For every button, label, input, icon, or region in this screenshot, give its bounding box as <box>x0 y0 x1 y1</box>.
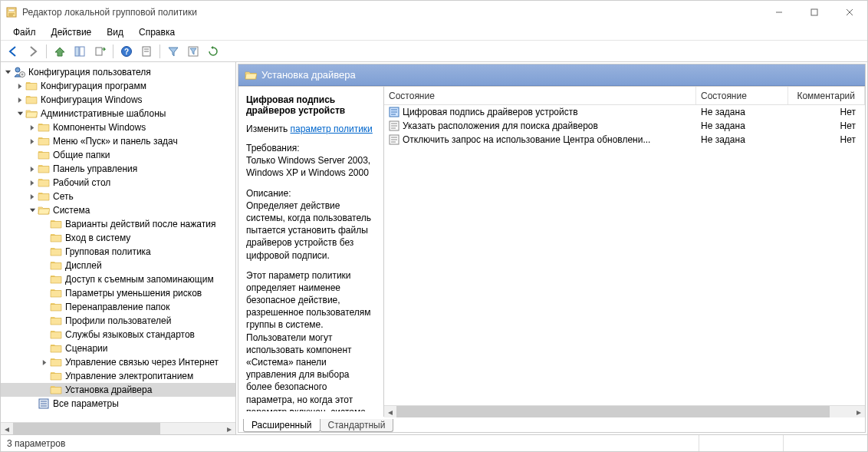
tree-user-profiles[interactable]: Профили пользователей <box>1 314 235 328</box>
twisty-open-icon[interactable] <box>27 207 38 214</box>
up-button[interactable] <box>51 42 69 61</box>
column-state-policy[interactable]: Состояние <box>696 87 788 104</box>
grid-rows[interactable]: Цифровая подпись драйверов устройствНе з… <box>384 105 865 405</box>
column-state[interactable]: Состояние <box>384 87 696 104</box>
tree-locale-services[interactable]: Службы языковых стандартов <box>1 328 235 341</box>
folder-icon <box>245 69 257 81</box>
menu-view[interactable]: Вид <box>99 25 131 39</box>
user-config-icon <box>13 66 25 78</box>
twisty-closed-icon[interactable] <box>27 180 38 186</box>
tree-desktop[interactable]: Рабочий стол <box>1 176 235 190</box>
detail-title: Цифровая подпись драйверов устройств <box>246 94 377 116</box>
tree-scripts[interactable]: Сценарии <box>1 341 235 355</box>
setting-state: Не задана <box>696 120 788 131</box>
separator <box>113 45 113 58</box>
reapply-filter-button[interactable] <box>204 42 222 61</box>
twisty-closed-icon[interactable] <box>15 97 25 104</box>
tree-network[interactable]: Сеть <box>1 190 235 203</box>
tree-user-config[interactable]: Конфигурация пользователя <box>1 65 235 79</box>
scroll-right-icon[interactable]: ▸ <box>853 406 865 417</box>
filter-options-button[interactable] <box>184 42 202 61</box>
menubar: Файл Действие Вид Справка <box>1 24 867 41</box>
tree-power-management[interactable]: Управление электропитанием <box>1 369 235 383</box>
minimize-button[interactable] <box>761 1 797 24</box>
setting-highlight-icon <box>389 107 399 117</box>
tab-extended[interactable]: Расширенный <box>243 419 321 432</box>
detail-column: Цифровая подпись драйверов устройств Изм… <box>238 87 384 417</box>
column-comment[interactable]: Комментарий <box>788 87 865 104</box>
show-hide-tree-button[interactable] <box>71 42 89 61</box>
description-label: Описание: <box>246 188 291 199</box>
menu-file[interactable]: Файл <box>5 25 44 39</box>
tree-admin-templates[interactable]: Административные шаблоны <box>1 107 235 120</box>
tree-program-config[interactable]: Конфигурация программ <box>1 79 235 93</box>
scroll-left-icon[interactable]: ◂ <box>1 423 13 435</box>
folder-icon <box>50 370 62 382</box>
tree-ctrl-alt-del[interactable]: Варианты действий после нажатия <box>1 217 235 231</box>
tree-mitigation-options[interactable]: Параметры уменьшения рисков <box>1 286 235 300</box>
tree-all-settings[interactable]: Все параметры <box>1 397 235 411</box>
setting-row[interactable]: Указать расположения для поиска драйверо… <box>384 119 865 133</box>
edit-policy-link[interactable]: параметр политики <box>290 124 372 134</box>
filter-button[interactable] <box>164 42 182 61</box>
scroll-track[interactable] <box>396 406 853 417</box>
export-button[interactable] <box>90 42 109 61</box>
twisty-closed-icon[interactable] <box>27 166 38 173</box>
tree-display[interactable]: Дисплей <box>1 259 235 272</box>
window-title: Редактор локальной групповой политики <box>22 7 197 18</box>
tree-removable-storage[interactable]: Доступ к съемным запоминающим <box>1 272 235 286</box>
tree-group-policy[interactable]: Групповая политика <box>1 245 235 259</box>
tree-driver-install[interactable]: Установка драйвера <box>1 383 235 397</box>
status-pad-1 <box>699 435 783 451</box>
menu-action[interactable]: Действие <box>44 25 100 39</box>
setting-name: Отключить запрос на использование Центра… <box>403 134 650 145</box>
scroll-left-icon[interactable]: ◂ <box>384 406 396 417</box>
setting-row[interactable]: Отключить запрос на использование Центра… <box>384 133 865 147</box>
menu-help[interactable]: Справка <box>131 25 182 39</box>
close-button[interactable] <box>832 1 867 24</box>
folder-icon <box>38 149 50 161</box>
properties-button[interactable] <box>137 42 156 61</box>
twisty-closed-icon[interactable] <box>39 359 50 366</box>
folder-open-icon <box>38 204 50 216</box>
tree-logon[interactable]: Вход в систему <box>1 231 235 245</box>
scroll-track[interactable] <box>13 423 223 435</box>
folder-icon <box>50 287 62 299</box>
tree-view[interactable]: Конфигурация пользователя Конфигурация п… <box>1 62 235 422</box>
grid-hscrollbar[interactable]: ◂ ▸ <box>384 405 865 417</box>
twisty-closed-icon[interactable] <box>27 124 38 131</box>
description-text-2: Этот параметр политики определяет наимен… <box>246 270 371 411</box>
twisty-open-icon[interactable] <box>2 69 13 76</box>
scroll-right-icon[interactable]: ▸ <box>223 423 235 435</box>
tree-control-panel[interactable]: Панель управления <box>1 162 235 176</box>
setting-comment: Нет <box>788 134 865 145</box>
tree-system[interactable]: Система <box>1 203 235 217</box>
twisty-closed-icon[interactable] <box>27 193 38 200</box>
maximize-button[interactable] <box>797 1 832 24</box>
folder-icon <box>38 135 50 147</box>
forward-button[interactable] <box>24 42 42 61</box>
tree-windows-config[interactable]: Конфигурация Windows <box>1 93 235 107</box>
scroll-thumb[interactable] <box>13 423 160 435</box>
tree-folder-redirection[interactable]: Перенаправление папок <box>1 300 235 314</box>
folder-icon <box>50 273 62 285</box>
folder-icon <box>50 301 62 313</box>
folder-icon <box>25 94 38 106</box>
tree-hscrollbar[interactable]: ◂ ▸ <box>1 422 235 434</box>
back-button[interactable] <box>4 42 22 61</box>
tree-shared-folders[interactable]: Общие папки <box>1 148 235 162</box>
tree-internet-comm[interactable]: Управление связью через Интернет <box>1 355 235 369</box>
twisty-closed-icon[interactable] <box>15 83 25 90</box>
setting-state: Не задана <box>696 134 788 145</box>
setting-row[interactable]: Цифровая подпись драйверов устройствНе з… <box>384 105 865 119</box>
scroll-thumb[interactable] <box>396 406 830 417</box>
folder-icon <box>50 259 62 272</box>
tree-start-menu[interactable]: Меню «Пуск» и панель задач <box>1 134 235 148</box>
tabs-row: Расширенный Стандартный <box>238 417 865 432</box>
tab-standard[interactable]: Стандартный <box>320 419 394 432</box>
help-button[interactable] <box>117 42 136 61</box>
twisty-open-icon[interactable] <box>15 111 25 117</box>
tree-windows-components[interactable]: Компоненты Windows <box>1 120 235 134</box>
folder-icon <box>50 384 62 396</box>
twisty-closed-icon[interactable] <box>27 138 38 145</box>
